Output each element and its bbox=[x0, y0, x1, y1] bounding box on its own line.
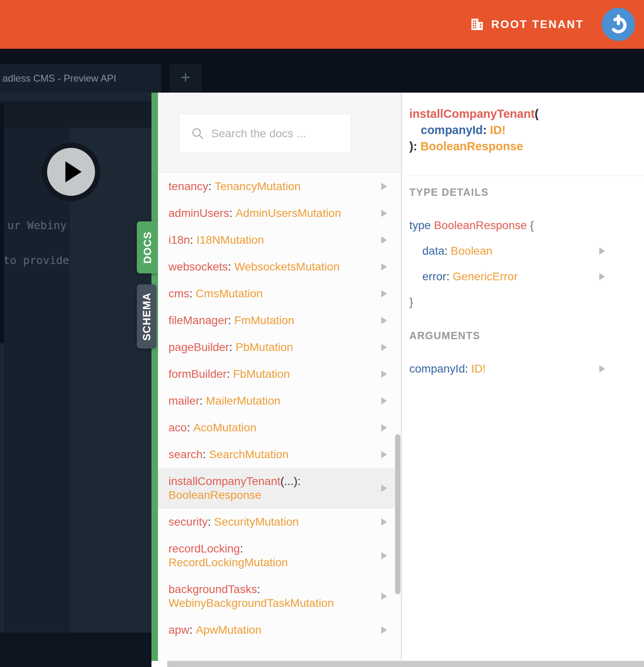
doc-field-row[interactable]: security:SecurityMutation bbox=[158, 509, 401, 535]
type-name-link[interactable]: BooleanResponse bbox=[434, 219, 527, 232]
search-input[interactable]: Search the docs ... bbox=[179, 114, 351, 153]
field-type: RecordLockingMutation bbox=[169, 556, 376, 570]
editor-background: ur Webiny to provide bbox=[0, 93, 151, 667]
field-type: I18NMutation bbox=[197, 234, 264, 246]
field-name: data bbox=[422, 245, 445, 257]
field-name: search bbox=[169, 448, 203, 461]
expand-arrow-icon bbox=[599, 247, 605, 255]
query-editor-pane[interactable]: ur Webiny to provide bbox=[4, 128, 70, 632]
expand-arrow-icon bbox=[381, 263, 387, 271]
field-name: backgroundTasks bbox=[169, 583, 257, 596]
field-type: AcoMutation bbox=[193, 421, 257, 434]
field-punctuation: : bbox=[240, 542, 243, 555]
field-punctuation: : bbox=[227, 368, 230, 380]
detail-field-row[interactable]: data: Boolean bbox=[402, 244, 644, 258]
signature-field-name: installCompanyTenant bbox=[409, 107, 535, 120]
field-punctuation: : bbox=[229, 341, 232, 353]
docs-panel-accent-strip bbox=[151, 93, 158, 661]
doc-field-row[interactable]: tenancy:TenancyMutation bbox=[158, 173, 401, 200]
field-name: websockets bbox=[169, 260, 228, 273]
expand-arrow-icon bbox=[381, 317, 387, 324]
field-punctuation: : bbox=[446, 270, 453, 283]
horizontal-scrollbar[interactable] bbox=[167, 661, 644, 667]
active-api-tab[interactable]: adless CMS - Preview API bbox=[0, 64, 161, 93]
doc-field-row[interactable]: recordLocking:RecordLockingMutation bbox=[158, 535, 401, 576]
execute-query-button[interactable] bbox=[42, 143, 100, 201]
field-punctuation: : bbox=[190, 234, 193, 246]
expand-arrow-icon bbox=[381, 236, 387, 244]
signature-arg-type[interactable]: ID! bbox=[490, 123, 506, 136]
docs-field-list: tenancy:TenancyMutationadminUsers:AdminU… bbox=[158, 173, 401, 643]
new-tab-button[interactable]: + bbox=[169, 64, 202, 93]
expand-arrow-icon bbox=[381, 552, 387, 559]
building-icon bbox=[470, 17, 484, 31]
field-punctuation: : bbox=[189, 287, 192, 300]
expand-arrow-icon bbox=[381, 210, 387, 217]
expand-arrow-icon bbox=[381, 593, 387, 600]
field-name: recordLocking bbox=[169, 542, 240, 555]
detail-field-row[interactable]: error: GenericError bbox=[402, 269, 644, 284]
doc-field-row[interactable]: aco:AcoMutation bbox=[158, 414, 401, 441]
docs-vertical-scrollbar[interactable] bbox=[395, 434, 400, 594]
field-type-link[interactable]: ID! bbox=[471, 362, 486, 375]
doc-field-row[interactable]: websockets:WebsocketsMutation bbox=[158, 253, 401, 280]
field-type-link[interactable]: Boolean bbox=[451, 245, 493, 257]
doc-field-row[interactable]: formBuilder:FbMutation bbox=[158, 361, 401, 388]
field-name: tenancy bbox=[169, 180, 208, 193]
field-punctuation: : bbox=[207, 515, 211, 528]
field-punctuation: : bbox=[229, 207, 232, 219]
expand-arrow-icon bbox=[381, 424, 387, 431]
expand-arrow-icon bbox=[381, 518, 387, 526]
query-code-line: to provide bbox=[4, 254, 69, 266]
tenant-label[interactable]: ROOT TENANT bbox=[491, 18, 584, 31]
field-punctuation: : bbox=[445, 245, 451, 257]
tab-docs-label: DOCS bbox=[141, 231, 154, 263]
type-details-heading: TYPE DETAILS bbox=[409, 185, 644, 199]
doc-field-row[interactable]: i18n:I18NMutation bbox=[158, 227, 401, 253]
field-name: mailer bbox=[169, 394, 199, 407]
field-detail-panel: installCompanyTenant( companyId: ID! ): … bbox=[402, 93, 644, 661]
field-type: AdminUsersMutation bbox=[236, 207, 341, 219]
field-name: installCompanyTenant bbox=[169, 475, 281, 487]
field-punctuation: (...): bbox=[281, 475, 301, 487]
doc-field-row[interactable]: search:SearchMutation bbox=[158, 441, 401, 468]
field-type-link[interactable]: GenericError bbox=[453, 270, 518, 283]
search-placeholder: Search the docs ... bbox=[211, 127, 306, 140]
field-punctuation: : bbox=[203, 448, 206, 461]
field-type: SearchMutation bbox=[209, 448, 289, 461]
signature-return-type[interactable]: BooleanResponse bbox=[420, 140, 523, 153]
doc-field-row[interactable]: mailer:MailerMutation bbox=[158, 388, 401, 414]
field-punctuation: : bbox=[465, 362, 471, 375]
tab-schema[interactable]: SCHEMA bbox=[137, 284, 156, 349]
expand-arrow-icon bbox=[381, 183, 387, 190]
type-close-brace: } bbox=[409, 295, 644, 310]
expand-arrow-icon bbox=[381, 485, 387, 492]
editor-edge-strip bbox=[0, 104, 4, 343]
tab-docs[interactable]: DOCS bbox=[137, 221, 158, 273]
doc-field-row[interactable]: apw:ApwMutation bbox=[158, 617, 401, 643]
field-type: ApwMutation bbox=[196, 624, 261, 636]
field-type: FmMutation bbox=[234, 314, 294, 327]
doc-field-row[interactable]: installCompanyTenant(...):BooleanRespons… bbox=[158, 468, 401, 509]
doc-field-row[interactable]: backgroundTasks:WebinyBackgroundTaskMuta… bbox=[158, 576, 401, 617]
field-punctuation: : bbox=[228, 314, 231, 327]
expand-arrow-icon bbox=[381, 451, 387, 458]
play-icon bbox=[47, 148, 95, 196]
doc-field-row[interactable]: fileManager:FmMutation bbox=[158, 307, 401, 334]
type-declaration: type BooleanResponse { bbox=[409, 218, 644, 233]
query-code-line: ur Webiny bbox=[7, 219, 67, 232]
field-name: adminUsers bbox=[169, 207, 229, 219]
doc-field-row[interactable]: adminUsers:AdminUsersMutation bbox=[158, 200, 401, 227]
field-type: TenancyMutation bbox=[215, 180, 301, 193]
field-signature: installCompanyTenant( companyId: ID! ): … bbox=[402, 93, 644, 176]
field-name: pageBuilder bbox=[169, 341, 229, 353]
user-menu-button[interactable] bbox=[602, 8, 635, 41]
field-punctuation: : bbox=[189, 624, 192, 636]
doc-field-row[interactable]: cms:CmsMutation bbox=[158, 280, 401, 307]
field-name: formBuilder bbox=[169, 368, 227, 380]
doc-field-row[interactable]: pageBuilder:PbMutation bbox=[158, 334, 401, 361]
detail-field-row[interactable]: companyId: ID! bbox=[402, 362, 644, 376]
field-punctuation: : bbox=[257, 583, 260, 596]
field-name: i18n bbox=[169, 234, 190, 246]
field-name: cms bbox=[169, 287, 189, 300]
